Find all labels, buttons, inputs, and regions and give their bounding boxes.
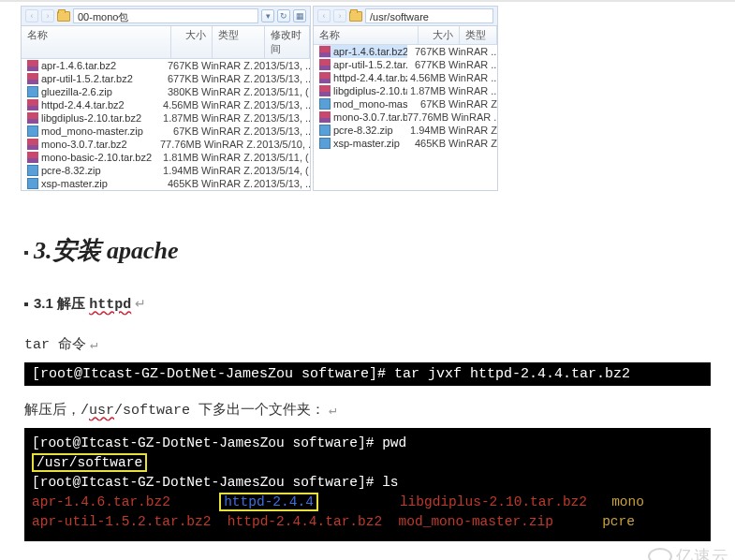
file-red: libgdiplus-2.10.tar.bz2 bbox=[400, 494, 587, 509]
file-name: gluezilla-2.6.zip bbox=[27, 85, 160, 98]
file-type: WinRAR Z... bbox=[448, 97, 497, 111]
file-manager-screenshot: ‹ › 00-mono包 ▾ ↻ ▦ 名称 大小 类型 修改时间 apr-1.4… bbox=[0, 0, 735, 191]
file-icon bbox=[319, 111, 331, 123]
table-row[interactable]: xsp-master.zip465KBWinRAR Z...2013/5/13,… bbox=[22, 177, 310, 190]
table-row[interactable]: xsp-master.zip465KBWinRAR Z... bbox=[314, 137, 497, 150]
col-date[interactable]: 修改时间 bbox=[265, 26, 310, 58]
file-pane-left: ‹ › 00-mono包 ▾ ↻ ▦ 名称 大小 类型 修改时间 apr-1.4… bbox=[21, 6, 311, 191]
file-size: 1.87MB bbox=[407, 84, 448, 97]
path-bar-right: ‹ › /usr/software bbox=[314, 7, 497, 26]
table-row[interactable]: gluezilla-2.6.zip380KBWinRAR Z...2013/5/… bbox=[22, 85, 310, 98]
view-icon[interactable]: ▦ bbox=[293, 9, 306, 22]
table-row[interactable]: mod_mono-master....67KBWinRAR Z... bbox=[314, 97, 497, 111]
file-name: mono-3.0.7.tar.bz2 bbox=[27, 138, 160, 151]
file-date: 2013/5/10, ... bbox=[257, 138, 310, 151]
table-row[interactable]: apr-util-1.5.2.tar.bz2677KBWinRAR ... bbox=[314, 58, 497, 71]
return-mark: ↵ bbox=[329, 403, 336, 418]
file-name: httpd-2.4.4.tar.bz2 bbox=[27, 98, 160, 111]
col-type[interactable]: 类型 bbox=[460, 26, 497, 44]
file-size: 1.94MB bbox=[160, 164, 201, 177]
return-mark: ↵ bbox=[135, 296, 146, 311]
para-text-a: 解压后，/ bbox=[24, 403, 89, 419]
file-date: 2013/5/13, ... bbox=[254, 111, 310, 125]
file-name: mono-basic-2.10.tar.bz2 bbox=[27, 151, 160, 164]
file-name: mod_mono-master.zip bbox=[27, 125, 160, 138]
table-row[interactable]: mono-3.0.7.tar.bz277.76MBWinRAR ... bbox=[314, 111, 497, 124]
file-date: 2013/5/11, ( bbox=[254, 85, 310, 98]
file-name: httpd-2.4.4.tar.bz2 bbox=[319, 71, 407, 84]
file-red: apr-1.4.6.tar.bz2 bbox=[32, 494, 170, 509]
file-type: WinRAR Z... bbox=[201, 125, 254, 138]
table-row[interactable]: httpd-2.4.4.tar.bz24.56MBWinRAR Z...2013… bbox=[22, 98, 310, 111]
file-type: WinRAR Z... bbox=[448, 124, 497, 137]
col-name[interactable]: 名称 bbox=[314, 26, 419, 44]
folder-icon bbox=[349, 11, 362, 22]
table-row[interactable]: mono-3.0.7.tar.bz277.76MBWinRAR Z...2013… bbox=[22, 138, 310, 151]
paragraph: tar 命令↵ bbox=[24, 335, 711, 353]
table-row[interactable]: apr-1.4.6.tar.bz2767KBWinRAR ... bbox=[314, 45, 497, 58]
file-type: WinRAR Z... bbox=[201, 164, 254, 177]
file-name: libgdiplus-2.10.tar.bz2 bbox=[27, 111, 160, 125]
file-red: mod_mono-master.zip bbox=[399, 514, 553, 529]
nav-back-icon[interactable]: ‹ bbox=[25, 9, 38, 22]
watermark: 亿速云 bbox=[648, 545, 729, 560]
dropdown-icon[interactable]: ▾ bbox=[261, 9, 274, 22]
nav-back-icon[interactable]: ‹ bbox=[317, 9, 331, 22]
file-icon bbox=[27, 139, 38, 150]
file-icon bbox=[27, 73, 38, 84]
file-pane-right: ‹ › /usr/software 名称 大小 类型 apr-1.4.6.tar… bbox=[313, 6, 498, 191]
table-row[interactable]: httpd-2.4.4.tar.bz24.56MBWinRAR ... bbox=[314, 71, 497, 84]
file-size: 677KB bbox=[160, 72, 201, 85]
file-icon bbox=[27, 178, 38, 189]
col-name[interactable]: 名称 bbox=[22, 26, 171, 58]
file-type: WinRAR Z... bbox=[201, 98, 254, 111]
nav-fwd-icon[interactable]: › bbox=[333, 9, 346, 22]
file-name: apr-1.4.6.tar.bz2 bbox=[27, 59, 160, 72]
watermark-text: 亿速云 bbox=[676, 545, 729, 560]
folder-icon bbox=[57, 11, 70, 22]
table-row[interactable]: libgdiplus-2.10.tar...1.87MBWinRAR ... bbox=[314, 84, 497, 97]
table-row[interactable]: libgdiplus-2.10.tar.bz21.87MBWinRAR Z...… bbox=[22, 111, 310, 125]
cloud-icon bbox=[648, 548, 672, 560]
file-icon bbox=[319, 72, 331, 83]
col-size[interactable]: 大小 bbox=[171, 26, 213, 58]
col-type[interactable]: 类型 bbox=[213, 26, 265, 58]
file-type: WinRAR Z... bbox=[201, 151, 254, 164]
file-size: 767KB bbox=[407, 45, 448, 58]
path-text-right[interactable]: /usr/software bbox=[365, 8, 493, 23]
file-size: 1.81MB bbox=[160, 151, 201, 164]
table-row[interactable]: apr-util-1.5.2.tar.bz2677KBWinRAR Z...20… bbox=[22, 72, 310, 85]
table-row[interactable]: mono-basic-2.10.tar.bz21.81MBWinRAR Z...… bbox=[22, 151, 310, 164]
file-size: 4.56MB bbox=[160, 98, 201, 111]
terminal-line-1: [root@Itcast-GZ-DotNet-JamesZou software… bbox=[24, 362, 711, 386]
file-size: 1.87MB bbox=[160, 111, 201, 125]
table-row[interactable]: pcre-8.32.zip1.94MBWinRAR Z...2013/5/14,… bbox=[22, 164, 310, 177]
bullet-icon bbox=[24, 302, 28, 306]
file-date: 2013/5/13, ... bbox=[254, 72, 310, 85]
table-row[interactable]: pcre-8.32.zip1.94MBWinRAR Z... bbox=[314, 124, 497, 137]
nav-fwd-icon[interactable]: › bbox=[41, 9, 54, 22]
col-size[interactable]: 大小 bbox=[419, 26, 460, 44]
file-icon bbox=[27, 112, 38, 124]
file-type: WinRAR ... bbox=[448, 84, 497, 97]
file-name: pcre-8.32.zip bbox=[27, 164, 160, 177]
file-icon bbox=[27, 165, 38, 176]
table-row[interactable]: apr-1.4.6.tar.bz2767KBWinRAR Z...2013/5/… bbox=[22, 59, 310, 72]
table-row[interactable]: mod_mono-master.zip67KBWinRAR Z...2013/5… bbox=[22, 125, 310, 138]
file-size: 77.76MB bbox=[407, 111, 451, 124]
bullet-icon bbox=[24, 251, 28, 255]
file-size: 465KB bbox=[160, 177, 201, 190]
file-icon bbox=[27, 86, 38, 97]
file-icon bbox=[319, 125, 331, 136]
refresh-icon[interactable]: ↻ bbox=[277, 9, 290, 22]
heading-level-2: 3.安装 apache bbox=[24, 234, 711, 267]
file-partial: pcre bbox=[602, 514, 635, 529]
file-size: 677KB bbox=[407, 58, 448, 71]
path-text-left[interactable]: 00-mono包 bbox=[73, 8, 258, 23]
file-name: mod_mono-master.... bbox=[319, 97, 407, 111]
file-icon bbox=[319, 59, 331, 70]
para-text: tar 命令 bbox=[24, 337, 86, 353]
file-icon bbox=[319, 85, 331, 96]
file-size: 1.94MB bbox=[407, 124, 448, 137]
file-red: apr-util-1.5.2.tar.bz2 bbox=[32, 514, 211, 529]
